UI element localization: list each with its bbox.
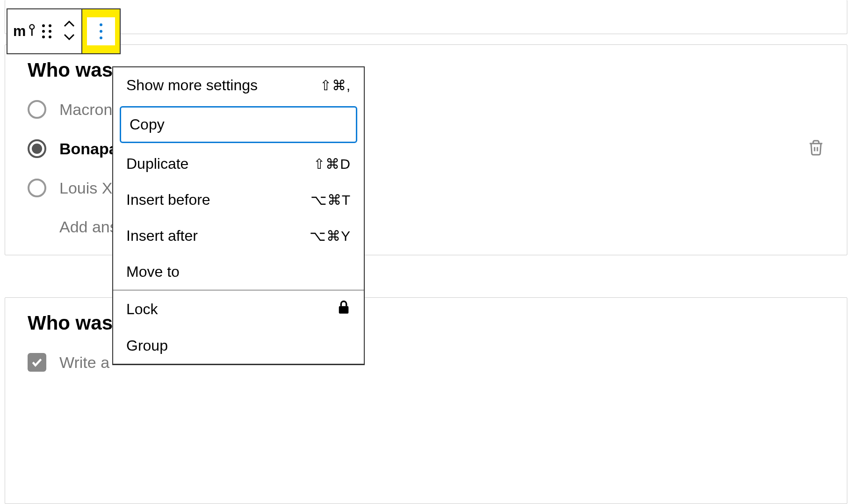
svg-point-5 bbox=[42, 24, 45, 27]
menu-item-label: Insert before bbox=[126, 191, 210, 209]
svg-point-12 bbox=[100, 30, 102, 33]
toolbar-section-block: m bbox=[7, 9, 82, 53]
svg-point-9 bbox=[42, 36, 45, 38]
checkbox-checked[interactable] bbox=[28, 353, 46, 372]
menu-item-label: Copy bbox=[130, 116, 165, 133]
radio-button-selected[interactable] bbox=[28, 139, 46, 158]
delete-icon[interactable] bbox=[808, 139, 824, 158]
radio-inner bbox=[32, 144, 42, 154]
menu-item-label: Move to bbox=[126, 263, 180, 281]
more-options-highlight bbox=[82, 9, 120, 53]
block-toolbar: m bbox=[7, 8, 121, 54]
radio-button[interactable] bbox=[28, 179, 46, 197]
menu-item-insert-after[interactable]: Insert after ⌥⌘Y bbox=[113, 218, 364, 254]
option-label[interactable]: Write a bbox=[59, 353, 109, 372]
menu-item-show-more-settings[interactable]: Show more settings ⇧⌘, bbox=[113, 67, 364, 103]
move-arrows bbox=[63, 20, 76, 43]
menu-divider bbox=[113, 364, 364, 364]
svg-point-6 bbox=[49, 24, 51, 27]
svg-point-13 bbox=[100, 36, 102, 39]
option-label[interactable]: Macron bbox=[59, 101, 112, 119]
move-up-icon[interactable] bbox=[63, 20, 76, 30]
svg-rect-14 bbox=[339, 306, 349, 314]
menu-shortcut: ⇧⌘, bbox=[320, 77, 351, 94]
menu-item-group[interactable]: Group bbox=[113, 328, 364, 364]
menu-item-label: Group bbox=[126, 337, 168, 354]
svg-point-3 bbox=[30, 25, 35, 29]
block-type-icon[interactable]: m bbox=[13, 20, 36, 43]
menu-item-lock[interactable]: Lock bbox=[113, 290, 364, 328]
svg-text:m: m bbox=[13, 24, 26, 39]
menu-shortcut: ⇧⌘D bbox=[313, 156, 351, 172]
svg-point-7 bbox=[42, 30, 45, 33]
menu-item-move-to[interactable]: Move to bbox=[113, 254, 364, 290]
menu-shortcut: ⌥⌘Y bbox=[310, 228, 351, 244]
menu-item-label: Lock bbox=[126, 301, 158, 318]
more-options-button[interactable] bbox=[87, 17, 115, 45]
radio-button[interactable] bbox=[28, 100, 46, 119]
menu-shortcut: ⌥⌘T bbox=[310, 192, 351, 208]
menu-item-label: Duplicate bbox=[126, 155, 188, 173]
menu-item-copy[interactable]: Copy bbox=[120, 106, 357, 143]
menu-item-label: Show more settings bbox=[126, 77, 258, 94]
block-top-partial bbox=[5, 0, 847, 34]
menu-item-duplicate[interactable]: Duplicate ⇧⌘D bbox=[113, 146, 364, 182]
svg-point-10 bbox=[49, 36, 51, 38]
move-down-icon[interactable] bbox=[63, 33, 76, 43]
block-options-menu: Show more settings ⇧⌘, Copy Duplicate ⇧⌘… bbox=[112, 66, 365, 365]
drag-handle-icon[interactable] bbox=[39, 20, 54, 43]
lock-icon bbox=[337, 300, 351, 318]
menu-item-label: Insert after bbox=[126, 227, 198, 245]
svg-point-8 bbox=[49, 30, 51, 33]
svg-point-11 bbox=[100, 23, 102, 26]
menu-item-insert-before[interactable]: Insert before ⌥⌘T bbox=[113, 182, 364, 218]
